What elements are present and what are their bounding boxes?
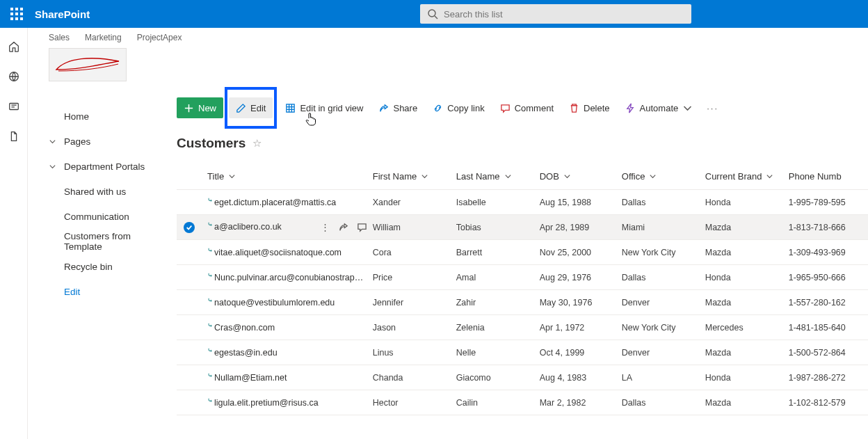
table-row[interactable]: ⤷egestas@in.eduLinusNelleOct 4, 1999Denv…: [177, 340, 868, 365]
cell-office: Dallas: [622, 273, 705, 282]
cell-phone: 1-995-789-595: [789, 198, 868, 207]
left-navigation: Home Pages Department Portals Shared wit…: [28, 83, 160, 439]
copy-link-button[interactable]: Copy link: [426, 97, 491, 118]
cell-first-name: Jason: [373, 323, 456, 333]
cell-last-name: Cailin: [456, 398, 540, 408]
cell-dob: May 30, 1976: [540, 298, 622, 308]
cell-last-name: Barrett: [456, 248, 540, 257]
cell-office: New York City: [622, 248, 705, 257]
table-row[interactable]: ⤷natoque@vestibulumlorem.eduJenniferZahi…: [177, 290, 868, 315]
search-box[interactable]: [420, 4, 691, 24]
col-first-name[interactable]: First Name: [373, 171, 456, 182]
hub-link[interactable]: ProjectApex: [137, 33, 182, 42]
main-content: New Edit Edit in grid view: [160, 83, 868, 439]
col-last-name[interactable]: Last Name: [456, 171, 540, 182]
cell-phone: 1-987-286-272: [789, 373, 868, 383]
cell-office: Dallas: [622, 398, 705, 408]
app-launcher-icon[interactable]: [4, 1, 29, 26]
cell-dob: Mar 2, 1982: [540, 398, 622, 408]
cell-first-name: Price: [373, 273, 456, 282]
nav-shared[interactable]: Shared with us: [49, 179, 153, 204]
search-icon: [427, 8, 438, 19]
files-icon[interactable]: [8, 130, 20, 145]
cell-dob: Aug 15, 1988: [540, 198, 622, 207]
col-office[interactable]: Office: [622, 171, 705, 182]
cell-title[interactable]: ⤷Nullam@Etiam.net: [207, 373, 373, 383]
cell-title[interactable]: ⤷Cras@non.com: [207, 323, 373, 333]
nav-pages[interactable]: Pages: [49, 129, 153, 154]
cell-phone: 1-813-718-666: [789, 223, 868, 232]
cell-last-name: Amal: [456, 273, 540, 282]
edit-button[interactable]: Edit: [229, 97, 273, 118]
edit-grid-button[interactable]: Edit in grid view: [278, 97, 370, 118]
more-actions-button[interactable]: ···: [701, 103, 724, 113]
nav-recycle-bin[interactable]: Recycle bin: [49, 254, 153, 279]
new-button[interactable]: New: [177, 97, 223, 118]
table-row[interactable]: ⤷Cras@non.comJasonZeleniaApr 1, 1972New …: [177, 315, 868, 340]
row-comment-icon[interactable]: [357, 222, 367, 232]
table-row[interactable]: ⤷Nunc.pulvinar.arcu@conubianostraper.edu…: [177, 265, 868, 290]
table-row[interactable]: ⤷vitae.aliquet@sociisnatoque.comCoraBarr…: [177, 240, 868, 265]
share-button[interactable]: Share: [371, 97, 424, 118]
news-icon[interactable]: [8, 100, 20, 115]
cell-first-name: Xander: [373, 198, 456, 207]
automate-button[interactable]: Automate: [618, 97, 700, 118]
cell-title[interactable]: ⤷vitae.aliquet@sociisnatoque.com: [207, 248, 373, 257]
cell-office: LA: [622, 373, 705, 383]
cell-dob: Aug 29, 1976: [540, 273, 622, 282]
cell-title[interactable]: ⤷eget.dictum.placerat@mattis.ca: [207, 198, 373, 207]
home-icon[interactable]: [8, 40, 20, 55]
cell-dob: Oct 4, 1999: [540, 348, 622, 358]
cell-title[interactable]: ⤷Nunc.pulvinar.arcu@conubianostraper.edu: [207, 273, 373, 282]
hub-link[interactable]: Sales: [49, 33, 70, 42]
nav-home[interactable]: Home: [49, 104, 153, 129]
nav-customers-template[interactable]: Customers from Template: [49, 229, 153, 254]
col-phone[interactable]: Phone Numb: [789, 171, 868, 182]
table-row[interactable]: ⤷a@aclibero.co.uk⋮WilliamTobiasApr 28, 1…: [177, 215, 868, 240]
cell-first-name: Jennifer: [373, 298, 456, 308]
nav-edit[interactable]: Edit: [49, 279, 153, 304]
cell-office: Miami: [622, 223, 705, 232]
site-logo[interactable]: [49, 48, 127, 81]
cell-first-name: William: [373, 223, 456, 232]
cell-last-name: Tobias: [456, 223, 540, 232]
col-brand[interactable]: Current Brand: [705, 171, 789, 182]
search-input[interactable]: [444, 9, 684, 19]
hub-nav: Sales Marketing ProjectApex: [28, 28, 868, 47]
cell-title[interactable]: ⤷a@aclibero.co.uk⋮: [207, 222, 373, 232]
comment-button[interactable]: Comment: [493, 97, 561, 118]
row-more-icon[interactable]: ⋮: [321, 222, 330, 232]
global-nav-rail: [0, 28, 28, 439]
cell-last-name: Nelle: [456, 348, 540, 358]
table-row[interactable]: ⤷Nullam@Etiam.netChandaGiacomoAug 4, 198…: [177, 365, 868, 390]
chevron-down-icon: [49, 138, 64, 145]
cell-phone: 1-500-572-864: [789, 348, 868, 358]
cell-title[interactable]: ⤷egestas@in.edu: [207, 348, 373, 358]
list-table: Title First Name Last Name DOB Office Cu…: [177, 163, 868, 415]
cell-dob: Apr 28, 1989: [540, 223, 622, 232]
cell-office: New York City: [622, 323, 705, 333]
globe-icon[interactable]: [8, 70, 20, 85]
cell-title[interactable]: ⤷ligula.elit.pretium@risus.ca: [207, 398, 373, 408]
chevron-down-icon: [49, 163, 64, 170]
favorite-star-icon[interactable]: ☆: [252, 137, 262, 150]
row-share-icon[interactable]: [338, 222, 348, 232]
cell-first-name: Chanda: [373, 373, 456, 383]
nav-communication[interactable]: Communication: [49, 204, 153, 229]
cell-last-name: Isabelle: [456, 198, 540, 207]
cell-last-name: Zelenia: [456, 323, 540, 333]
col-title[interactable]: Title: [207, 171, 373, 182]
delete-button[interactable]: Delete: [562, 97, 617, 118]
row-selected-icon[interactable]: [184, 222, 195, 233]
list-title: Customers: [177, 136, 246, 151]
table-row[interactable]: ⤷ligula.elit.pretium@risus.caHectorCaili…: [177, 390, 868, 415]
app-name: SharePoint: [35, 8, 90, 20]
cell-last-name: Zahir: [456, 298, 540, 308]
cell-title[interactable]: ⤷natoque@vestibulumlorem.edu: [207, 298, 373, 308]
hub-link[interactable]: Marketing: [85, 33, 122, 42]
col-dob[interactable]: DOB: [540, 171, 622, 182]
cell-brand: Mazda: [705, 298, 789, 308]
cell-office: Dallas: [622, 198, 705, 207]
nav-department-portals[interactable]: Department Portals: [49, 154, 153, 179]
table-row[interactable]: ⤷eget.dictum.placerat@mattis.caXanderIsa…: [177, 190, 868, 215]
